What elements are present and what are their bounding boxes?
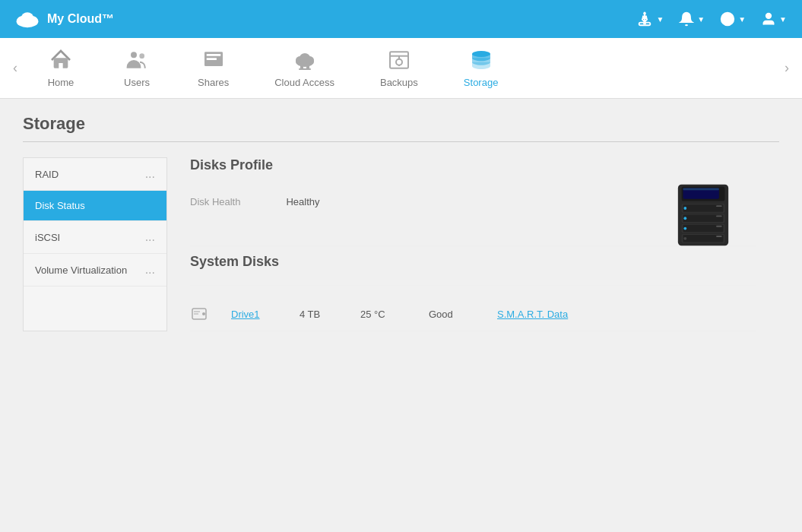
nav-item-cloud-access[interactable]: Cloud Access <box>252 40 357 96</box>
svg-rect-39 <box>716 226 722 227</box>
nav-users-label: Users <box>124 77 150 88</box>
content-area: RAID ... Disk Status iSCSI ... Volume Vi… <box>23 157 779 331</box>
usb-button[interactable]: ▼ <box>636 11 664 27</box>
svg-point-22 <box>396 59 402 65</box>
disk-health-label: Disk Health <box>190 196 240 207</box>
svg-rect-28 <box>683 188 718 190</box>
system-disks-title: System Disks <box>190 254 756 270</box>
header-left: My Cloud™ <box>15 10 114 28</box>
svg-point-46 <box>202 312 205 315</box>
help-button[interactable]: ▼ <box>720 11 746 27</box>
nav-home-label: Home <box>48 77 74 88</box>
svg-rect-40 <box>716 236 722 237</box>
storage-icon <box>469 48 493 72</box>
svg-point-8 <box>766 14 772 19</box>
drive-status: Good <box>429 309 474 320</box>
svg-rect-5 <box>644 22 647 25</box>
nav-item-backups[interactable]: Backups <box>357 40 441 96</box>
svg-point-9 <box>131 52 137 58</box>
disk-health-section: Disk Health Healthy <box>190 188 756 246</box>
svg-point-4 <box>644 12 647 15</box>
main-content: Storage RAID ... Disk Status iSCSI ... V… <box>0 99 802 347</box>
shares-icon <box>201 48 226 72</box>
svg-rect-13 <box>206 58 216 60</box>
user-icon <box>761 11 776 27</box>
svg-point-43 <box>683 227 686 230</box>
help-caret: ▼ <box>738 15 746 24</box>
svg-point-41 <box>683 207 686 210</box>
alerts-button[interactable]: ▼ <box>679 11 705 27</box>
drive-name[interactable]: Drive1 <box>231 309 277 320</box>
svg-point-10 <box>139 53 144 59</box>
sidebar-item-disk-status[interactable]: Disk Status <box>24 191 166 221</box>
sidebar-iscsi-dots: ... <box>145 230 155 244</box>
drive-row: Drive1 4 TB 25 °C Good S.M.A.R.T. Data <box>190 297 756 331</box>
usb-icon <box>636 11 653 27</box>
sidebar: RAID ... Disk Status iSCSI ... Volume Vi… <box>23 157 167 331</box>
page-title: Storage <box>23 114 779 134</box>
svg-rect-37 <box>716 205 722 207</box>
nav-left-arrow[interactable]: ‹ <box>8 38 23 99</box>
svg-point-17 <box>300 53 310 62</box>
header: My Cloud™ ▼ ▼ <box>0 0 802 38</box>
usb-caret: ▼ <box>656 15 664 24</box>
drive-capacity: 4 TB <box>300 309 338 320</box>
cloud-access-icon <box>293 48 317 72</box>
user-button[interactable]: ▼ <box>761 11 787 27</box>
disk-health-value: Healthy <box>286 196 319 207</box>
help-icon <box>720 11 735 27</box>
svg-point-3 <box>21 12 33 23</box>
nav-backups-label: Backups <box>380 77 418 88</box>
sidebar-iscsi-label: iSCSI <box>35 232 60 243</box>
disks-profile-title: Disks Profile <box>190 157 756 173</box>
nav-item-shares[interactable]: Shares <box>175 40 252 96</box>
bell-caret: ▼ <box>697 15 705 24</box>
sidebar-disk-status-label: Disk Status <box>35 200 85 211</box>
nav-shares-label: Shares <box>198 77 229 88</box>
backups-icon <box>387 48 411 72</box>
nav-storage-label: Storage <box>464 77 499 88</box>
sidebar-raid-dots: ... <box>145 167 155 181</box>
disk-health-info: Disk Health Healthy <box>190 188 756 230</box>
nav-cloud-access-label: Cloud Access <box>274 77 334 88</box>
content-divider <box>23 141 779 142</box>
nas-device-wrapper <box>673 181 734 252</box>
detail-panel: Disks Profile Disk Health Healthy <box>167 157 779 331</box>
drive-smart-link[interactable]: S.M.A.R.T. Data <box>497 309 568 320</box>
user-caret: ▼ <box>779 15 787 24</box>
app-title: My Cloud™ <box>47 12 114 26</box>
header-right: ▼ ▼ ▼ ▼ <box>636 11 787 27</box>
logo-icon <box>15 10 40 28</box>
nav-right-arrow[interactable]: › <box>779 38 794 99</box>
sidebar-volume-dots: ... <box>145 263 155 277</box>
sidebar-volume-label: Volume Virtualization <box>35 264 127 276</box>
nav-item-storage[interactable]: Storage <box>441 40 521 96</box>
disk-health-row: Disk Health Healthy <box>190 188 756 215</box>
svg-rect-38 <box>716 215 722 217</box>
sidebar-item-iscsi[interactable]: iSCSI ... <box>24 221 166 254</box>
home-icon <box>49 48 73 72</box>
sidebar-raid-label: RAID <box>35 169 59 180</box>
nav-items: Home Users Shares <box>23 40 779 96</box>
nav-item-home[interactable]: Home <box>23 40 99 96</box>
bell-icon <box>679 11 694 27</box>
users-icon <box>125 48 149 72</box>
svg-rect-12 <box>206 54 220 56</box>
svg-point-42 <box>683 217 686 220</box>
nas-device-image <box>673 181 734 249</box>
sidebar-item-volume-virtualization[interactable]: Volume Virtualization ... <box>24 254 166 287</box>
svg-point-44 <box>683 237 686 240</box>
drive-temp: 25 °C <box>360 309 406 320</box>
system-disks-divider <box>190 285 756 286</box>
drive-icon <box>190 305 208 323</box>
sidebar-item-raid[interactable]: RAID ... <box>24 158 166 191</box>
nav-item-users[interactable]: Users <box>99 40 175 96</box>
navbar: ‹ Home Users <box>0 38 802 99</box>
svg-rect-20 <box>299 68 311 70</box>
